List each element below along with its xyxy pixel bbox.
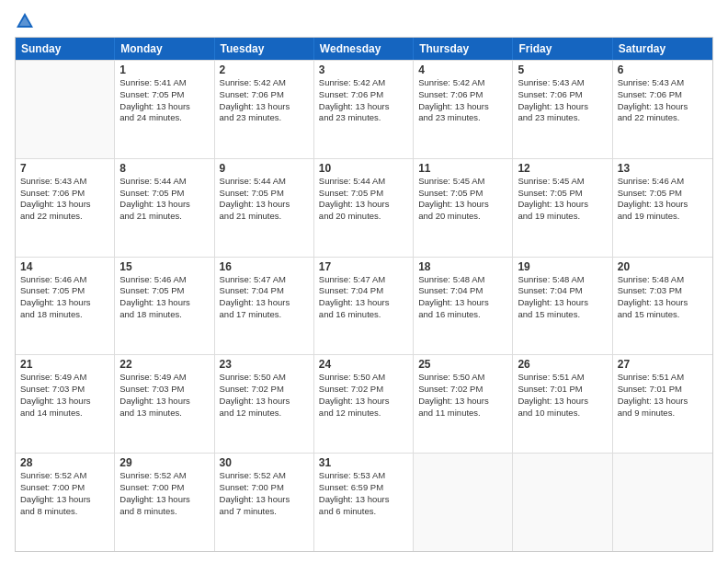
day-info: Sunrise: 5:46 AMSunset: 7:05 PMDaylight:… — [20, 274, 109, 321]
calendar-cell: 7Sunrise: 5:43 AMSunset: 7:06 PMDaylight… — [16, 159, 115, 257]
day-number: 25 — [418, 358, 507, 371]
calendar-cell: 9Sunrise: 5:44 AMSunset: 7:05 PMDaylight… — [215, 159, 314, 257]
day-info: Sunrise: 5:43 AMSunset: 7:06 PMDaylight:… — [618, 77, 708, 124]
day-info: Sunrise: 5:52 AMSunset: 7:00 PMDaylight:… — [20, 470, 109, 517]
day-number: 27 — [618, 358, 708, 371]
header-cell-wednesday: Wednesday — [314, 38, 414, 60]
day-number: 14 — [20, 260, 109, 273]
header-cell-tuesday: Tuesday — [215, 38, 314, 60]
calendar-cell: 15Sunrise: 5:46 AMSunset: 7:05 PMDayligh… — [115, 258, 214, 355]
calendar-cell: 5Sunrise: 5:43 AMSunset: 7:06 PMDaylight… — [513, 61, 612, 158]
day-number: 5 — [518, 63, 607, 76]
header-cell-monday: Monday — [115, 38, 214, 60]
calendar-cell: 12Sunrise: 5:45 AMSunset: 7:05 PMDayligh… — [513, 159, 612, 257]
day-info: Sunrise: 5:44 AMSunset: 7:05 PMDaylight:… — [119, 176, 209, 223]
calendar-cell: 25Sunrise: 5:50 AMSunset: 7:02 PMDayligh… — [414, 355, 513, 453]
day-number: 4 — [418, 63, 507, 76]
day-number: 26 — [518, 358, 607, 371]
calendar-cell: 8Sunrise: 5:44 AMSunset: 7:05 PMDaylight… — [115, 159, 214, 257]
calendar-cell: 28Sunrise: 5:52 AMSunset: 7:00 PMDayligh… — [16, 454, 115, 551]
day-info: Sunrise: 5:47 AMSunset: 7:04 PMDaylight:… — [319, 274, 408, 321]
day-number: 7 — [20, 162, 109, 175]
day-info: Sunrise: 5:48 AMSunset: 7:04 PMDaylight:… — [418, 274, 507, 321]
day-number: 16 — [220, 260, 309, 273]
calendar-header: SundayMondayTuesdayWednesdayThursdayFrid… — [16, 38, 712, 60]
logo-icon — [15, 11, 35, 31]
day-number: 1 — [119, 63, 209, 76]
day-number: 22 — [119, 358, 209, 371]
calendar-cell: 18Sunrise: 5:48 AMSunset: 7:04 PMDayligh… — [414, 258, 513, 355]
calendar-row: 28Sunrise: 5:52 AMSunset: 7:00 PMDayligh… — [16, 453, 712, 551]
calendar-cell: 11Sunrise: 5:45 AMSunset: 7:05 PMDayligh… — [414, 159, 513, 257]
day-number: 24 — [319, 358, 408, 371]
day-number: 8 — [119, 162, 209, 175]
calendar-row: 1Sunrise: 5:41 AMSunset: 7:05 PMDaylight… — [16, 60, 712, 158]
day-number: 11 — [418, 162, 507, 175]
calendar-cell: 22Sunrise: 5:49 AMSunset: 7:03 PMDayligh… — [115, 355, 214, 453]
calendar-cell: 20Sunrise: 5:48 AMSunset: 7:03 PMDayligh… — [613, 258, 712, 355]
day-info: Sunrise: 5:42 AMSunset: 7:06 PMDaylight:… — [319, 77, 408, 124]
calendar-cell: 1Sunrise: 5:41 AMSunset: 7:05 PMDaylight… — [115, 61, 214, 158]
day-number: 29 — [119, 456, 209, 469]
calendar-cell: 17Sunrise: 5:47 AMSunset: 7:04 PMDayligh… — [314, 258, 414, 355]
day-info: Sunrise: 5:45 AMSunset: 7:05 PMDaylight:… — [418, 176, 507, 223]
calendar-cell: 19Sunrise: 5:48 AMSunset: 7:04 PMDayligh… — [513, 258, 612, 355]
calendar-row: 21Sunrise: 5:49 AMSunset: 7:03 PMDayligh… — [16, 354, 712, 453]
day-info: Sunrise: 5:52 AMSunset: 7:00 PMDaylight:… — [220, 470, 309, 517]
day-info: Sunrise: 5:46 AMSunset: 7:05 PMDaylight:… — [618, 176, 708, 223]
calendar-cell: 2Sunrise: 5:42 AMSunset: 7:06 PMDaylight… — [215, 61, 314, 158]
calendar-row: 7Sunrise: 5:43 AMSunset: 7:06 PMDaylight… — [16, 158, 712, 257]
day-number: 21 — [20, 358, 109, 371]
day-info: Sunrise: 5:49 AMSunset: 7:03 PMDaylight:… — [119, 372, 209, 419]
day-info: Sunrise: 5:42 AMSunset: 7:06 PMDaylight:… — [418, 77, 507, 124]
day-number: 3 — [319, 63, 408, 76]
calendar-cell: 30Sunrise: 5:52 AMSunset: 7:00 PMDayligh… — [215, 454, 314, 551]
day-info: Sunrise: 5:51 AMSunset: 7:01 PMDaylight:… — [518, 372, 607, 419]
day-info: Sunrise: 5:42 AMSunset: 7:06 PMDaylight:… — [220, 77, 309, 124]
day-number: 2 — [220, 63, 309, 76]
day-number: 6 — [618, 63, 708, 76]
day-info: Sunrise: 5:44 AMSunset: 7:05 PMDaylight:… — [319, 176, 408, 223]
calendar: SundayMondayTuesdayWednesdayThursdayFrid… — [15, 37, 713, 552]
calendar-cell: 31Sunrise: 5:53 AMSunset: 6:59 PMDayligh… — [314, 454, 414, 551]
calendar-cell: 13Sunrise: 5:46 AMSunset: 7:05 PMDayligh… — [613, 159, 712, 257]
calendar-cell: 24Sunrise: 5:50 AMSunset: 7:02 PMDayligh… — [314, 355, 414, 453]
header-cell-sunday: Sunday — [16, 38, 115, 60]
day-number: 19 — [518, 260, 607, 273]
calendar-body: 1Sunrise: 5:41 AMSunset: 7:05 PMDaylight… — [16, 60, 712, 551]
day-info: Sunrise: 5:50 AMSunset: 7:02 PMDaylight:… — [418, 372, 507, 419]
day-number: 20 — [618, 260, 708, 273]
day-info: Sunrise: 5:52 AMSunset: 7:00 PMDaylight:… — [119, 470, 209, 517]
calendar-cell — [513, 454, 612, 551]
day-number: 10 — [319, 162, 408, 175]
day-info: Sunrise: 5:46 AMSunset: 7:05 PMDaylight:… — [119, 274, 209, 321]
day-info: Sunrise: 5:49 AMSunset: 7:03 PMDaylight:… — [20, 372, 109, 419]
header-cell-thursday: Thursday — [414, 38, 513, 60]
day-number: 28 — [20, 456, 109, 469]
day-number: 18 — [418, 260, 507, 273]
logo — [15, 11, 39, 31]
day-number: 31 — [319, 456, 408, 469]
calendar-cell — [613, 454, 712, 551]
day-info: Sunrise: 5:50 AMSunset: 7:02 PMDaylight:… — [220, 372, 309, 419]
day-number: 13 — [618, 162, 708, 175]
day-number: 17 — [319, 260, 408, 273]
calendar-cell: 26Sunrise: 5:51 AMSunset: 7:01 PMDayligh… — [513, 355, 612, 453]
calendar-cell: 10Sunrise: 5:44 AMSunset: 7:05 PMDayligh… — [314, 159, 414, 257]
day-info: Sunrise: 5:45 AMSunset: 7:05 PMDaylight:… — [518, 176, 607, 223]
day-number: 23 — [220, 358, 309, 371]
day-info: Sunrise: 5:53 AMSunset: 6:59 PMDaylight:… — [319, 470, 408, 517]
header-cell-saturday: Saturday — [613, 38, 712, 60]
day-info: Sunrise: 5:50 AMSunset: 7:02 PMDaylight:… — [319, 372, 408, 419]
day-number: 15 — [119, 260, 209, 273]
day-info: Sunrise: 5:43 AMSunset: 7:06 PMDaylight:… — [518, 77, 607, 124]
day-info: Sunrise: 5:51 AMSunset: 7:01 PMDaylight:… — [618, 372, 708, 419]
day-info: Sunrise: 5:48 AMSunset: 7:03 PMDaylight:… — [618, 274, 708, 321]
calendar-cell: 21Sunrise: 5:49 AMSunset: 7:03 PMDayligh… — [16, 355, 115, 453]
calendar-row: 14Sunrise: 5:46 AMSunset: 7:05 PMDayligh… — [16, 257, 712, 355]
calendar-cell: 4Sunrise: 5:42 AMSunset: 7:06 PMDaylight… — [414, 61, 513, 158]
calendar-cell — [16, 61, 115, 158]
day-info: Sunrise: 5:48 AMSunset: 7:04 PMDaylight:… — [518, 274, 607, 321]
calendar-cell: 14Sunrise: 5:46 AMSunset: 7:05 PMDayligh… — [16, 258, 115, 355]
day-number: 30 — [220, 456, 309, 469]
